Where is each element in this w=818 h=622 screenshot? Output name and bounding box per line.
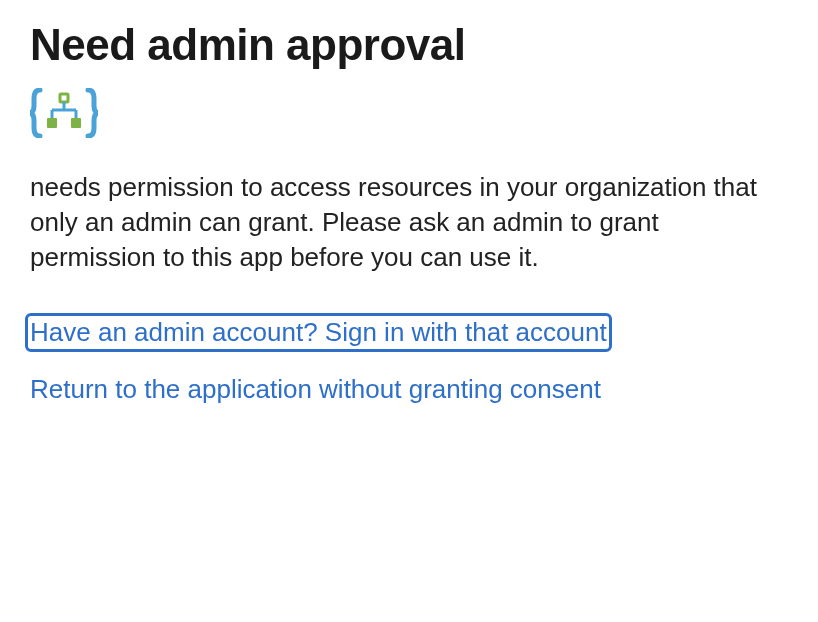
page-title: Need admin approval [30,20,788,70]
return-without-consent-link[interactable]: Return to the application without granti… [30,374,601,405]
admin-signin-link[interactable]: Have an admin account? Sign in with that… [27,315,610,350]
svg-rect-5 [47,118,57,128]
svg-rect-6 [71,118,81,128]
svg-rect-0 [60,94,68,102]
permission-description: needs permission to access resources in … [30,170,770,275]
app-icon [30,88,98,142]
